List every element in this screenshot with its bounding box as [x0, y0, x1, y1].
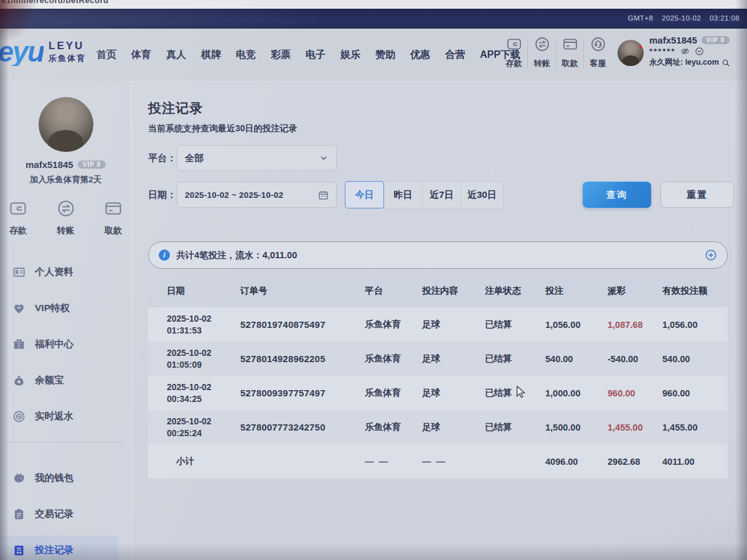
- vip-icon: [12, 302, 26, 315]
- user-block[interactable]: mafx51845 VIP 0 ****** 永久网址: leyu.com: [618, 35, 730, 68]
- sidebar-item-个人资料[interactable]: 个人资料: [0, 254, 131, 290]
- chevron-down-icon: [319, 153, 329, 163]
- bet-record-row: 2025-10-0200:25:245278007773242750乐鱼体育足球…: [148, 410, 728, 444]
- yuebao-icon: [12, 374, 26, 387]
- withdraw-icon: [104, 199, 123, 220]
- subtotal-row: 小计— —— —4096.002962.684011.00: [148, 444, 728, 478]
- page-subtitle: 当前系统支持查询最近30日的投注记录: [148, 123, 298, 134]
- column-header: 有效投注额: [662, 274, 728, 307]
- date-range-value: 2025-10-02 ~ 2025-10-02: [185, 190, 283, 200]
- header: leyu LEYU 乐鱼体育 首页体育真人棋牌电竞彩票电子娱乐赞助优惠合营APP…: [0, 29, 747, 81]
- status-band: GMT+82025-10-0203:21:08: [0, 9, 747, 29]
- sidebar-item-实时返水[interactable]: 实时返水: [0, 398, 131, 434]
- sidebar-item-VIP特权[interactable]: VIP特权: [0, 290, 131, 326]
- eye-off-icon[interactable]: [680, 47, 690, 56]
- status-date: 2025-10-02: [662, 14, 701, 22]
- sidebar-action-取款[interactable]: 取款: [104, 199, 123, 236]
- summary-text: 共计4笔投注，流水：4,011.00: [176, 250, 297, 261]
- header-quick-actions: 存款转账取款客服: [500, 36, 612, 69]
- column-header: 订单号: [240, 274, 365, 307]
- range-button-今日[interactable]: 今日: [345, 181, 384, 208]
- withdraw-icon: [562, 36, 578, 55]
- date-label: 日期：: [148, 189, 176, 201]
- bet-records-table: 日期订单号平台投注内容注单状态投注派彩有效投注额 2025-10-0201:31…: [148, 274, 728, 478]
- main-content: 投注记录 当前系统支持查询最近30日的投注记录 平台： 全部 日期： 2025-…: [131, 81, 747, 560]
- column-header: 派彩: [608, 274, 662, 307]
- range-button-近30日[interactable]: 近30日: [461, 181, 504, 208]
- header-action-客服[interactable]: 客服: [584, 36, 612, 69]
- page-title: 投注记录: [148, 100, 203, 117]
- expand-plus-icon[interactable]: [705, 249, 717, 261]
- nav-item[interactable]: 赞助: [375, 49, 395, 62]
- header-action-取款[interactable]: 取款: [556, 36, 584, 69]
- logo-subtitle: 乐鱼体育: [49, 53, 86, 64]
- main-nav: 首页体育真人棋牌电竞彩票电子娱乐赞助优惠合营APP下载: [96, 29, 520, 81]
- summary-bar: i 共计4笔投注，流水：4,011.00: [148, 241, 728, 269]
- sidebar-item-福利中心[interactable]: 福利中心: [0, 326, 131, 362]
- mouse-cursor: [514, 385, 528, 398]
- sidebar-quick-actions: 存款转账取款: [0, 199, 131, 236]
- platform-label: 平台：: [148, 152, 176, 164]
- header-action-存款[interactable]: 存款: [500, 36, 528, 69]
- status-time: 03:21:08: [710, 14, 740, 22]
- search-icon[interactable]: [721, 58, 730, 67]
- chevron-circle-icon[interactable]: [695, 47, 704, 56]
- nav-item[interactable]: 优惠: [410, 49, 430, 62]
- sidebar: mafx51845 VIP 0 加入乐鱼体育第2天 存款转账取款 个人资料VIP…: [0, 81, 131, 560]
- bet-records-icon: [12, 544, 26, 557]
- rebate-icon: [12, 410, 26, 423]
- logo[interactable]: leyu LEYU 乐鱼体育: [0, 37, 86, 66]
- wallet-icon: [12, 472, 26, 485]
- profile-avatar[interactable]: [39, 97, 93, 152]
- nav-item[interactable]: 体育: [131, 49, 151, 62]
- nav-item[interactable]: 真人: [166, 49, 186, 62]
- quick-range-group: 今日昨日近7日近30日: [345, 181, 504, 208]
- browser-strip: 61/mine/record/betRecord: [0, 0, 747, 9]
- clock: GMT+82025-10-0203:21:08: [619, 14, 740, 22]
- notification-dot: [639, 44, 644, 49]
- column-header: 投注: [545, 274, 608, 307]
- nav-item[interactable]: 电子: [306, 49, 326, 62]
- calendar-icon: [318, 190, 329, 200]
- deposit-icon: [506, 36, 522, 55]
- transfer-icon: [57, 199, 75, 220]
- service-icon: [590, 36, 606, 55]
- nav-item[interactable]: 合营: [445, 49, 465, 62]
- search-button[interactable]: 查询: [583, 182, 651, 208]
- avatar[interactable]: [618, 40, 644, 66]
- nav-item[interactable]: 棋牌: [201, 49, 221, 62]
- sidebar-divider: [5, 442, 124, 442]
- transactions-icon: [12, 508, 26, 521]
- site-url-label: 永久网址: leyu.com: [649, 57, 719, 68]
- sidebar-item-余额宝[interactable]: 余额宝: [0, 362, 131, 398]
- sidebar-item-交易记录[interactable]: 交易记录: [0, 496, 131, 532]
- welfare-icon: [12, 338, 26, 351]
- date-range-input[interactable]: 2025-10-02 ~ 2025-10-02: [177, 182, 337, 208]
- browser-url: 61/mine/record/betRecord: [1, 0, 108, 5]
- platform-value: 全部: [185, 152, 204, 164]
- sidebar-action-存款[interactable]: 存款: [9, 199, 27, 236]
- screen: 61/mine/record/betRecord GMT+82025-10-02…: [0, 0, 747, 560]
- transfer-icon: [534, 36, 550, 55]
- nav-item[interactable]: 娱乐: [341, 49, 360, 62]
- vip-badge: VIP 0: [702, 36, 730, 44]
- range-button-近7日[interactable]: 近7日: [422, 181, 461, 208]
- logo-script: leyu: [0, 37, 44, 66]
- nav-item[interactable]: 彩票: [271, 49, 291, 62]
- bet-record-row: 2025-10-0201:05:095278014928962205乐鱼体育足球…: [148, 342, 728, 376]
- bet-record-row: 2025-10-0200:34:255278009397757497乐鱼体育足球…: [148, 376, 728, 410]
- bet-record-row: 2025-10-0201:31:535278019740875497乐鱼体育足球…: [148, 307, 728, 342]
- table-header-row: 日期订单号平台投注内容注单状态投注派彩有效投注额: [148, 274, 728, 307]
- sidebar-item-投注记录[interactable]: 投注记录: [0, 532, 131, 560]
- range-button-昨日[interactable]: 昨日: [383, 181, 423, 208]
- sidebar-item-我的钱包[interactable]: 我的钱包: [0, 460, 131, 496]
- sidebar-action-转账[interactable]: 转账: [57, 199, 75, 236]
- column-header: 注单状态: [485, 274, 545, 307]
- column-header: 平台: [365, 274, 422, 307]
- nav-item[interactable]: 首页: [96, 49, 116, 62]
- masked-balance: ******: [649, 47, 675, 56]
- platform-select[interactable]: 全部: [177, 145, 337, 171]
- reset-button[interactable]: 重置: [660, 182, 734, 208]
- nav-item[interactable]: 电竞: [236, 49, 256, 62]
- header-action-转账[interactable]: 转账: [528, 36, 556, 69]
